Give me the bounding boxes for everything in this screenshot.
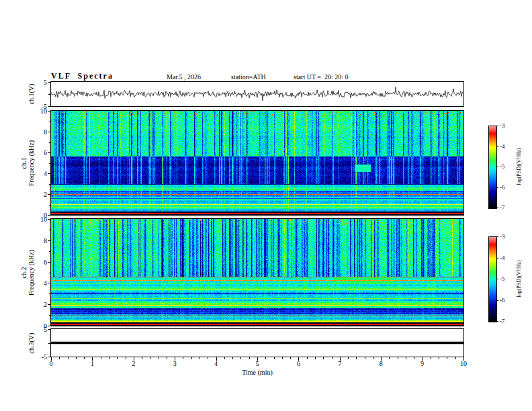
colorbar-tick (496, 187, 498, 188)
x-minor-tick (265, 357, 266, 359)
x-tick-label: 10 (460, 360, 467, 367)
x-minor-tick (84, 357, 85, 359)
freq-y-tick (49, 184, 50, 185)
x-minor-tick (398, 357, 398, 359)
freq-y-tick (49, 315, 50, 316)
y-axis-label-ch2-frequency: ch.2 Frequency (kHz) (20, 249, 35, 295)
x-minor-tick (224, 357, 225, 359)
colorbar-tick (496, 279, 498, 279)
freq-y-tick (48, 132, 50, 132)
x-minor-tick (232, 357, 233, 359)
colorbar-ch1 (488, 126, 497, 209)
colorbar-tick-label: -3 (500, 233, 505, 240)
ch2-spectrogram-canvas (51, 219, 463, 326)
freq-y-tick (48, 173, 50, 174)
volt-tick-label: -5 (30, 103, 47, 110)
freq-y-tick (49, 293, 50, 294)
x-minor-tick (126, 357, 126, 359)
freq-tick-label: 8 (30, 237, 47, 244)
volt-tick-label: 5 (30, 79, 47, 86)
x-minor-tick (240, 357, 241, 359)
volt-y-tick (48, 82, 50, 83)
panel-ch1-spectrogram (50, 110, 464, 216)
x-minor-tick (356, 357, 357, 359)
freq-y-tick (49, 273, 50, 273)
x-minor-tick (455, 357, 456, 359)
x-minor-tick (447, 357, 447, 359)
x-minor-tick (101, 357, 101, 359)
x-axis-title: Time (min) (242, 369, 272, 376)
freq-y-tick (48, 215, 50, 216)
colorbar-tick (496, 146, 498, 147)
x-minor-tick (348, 357, 349, 359)
freq-tick-label: 4 (30, 279, 47, 287)
colorbar-tick-label: -5 (500, 163, 505, 170)
colorbar-tick-label: -4 (500, 143, 505, 150)
x-tick-label: 1 (91, 360, 94, 367)
colorbar-tick-label: -7 (500, 318, 505, 324)
freq-y-tick (48, 283, 50, 283)
colorbar-tick (496, 300, 498, 301)
volt-y-tick (48, 94, 50, 95)
colorbar-tick (496, 167, 498, 167)
x-minor-tick (200, 357, 200, 359)
colorbar-tick-label: -4 (500, 255, 505, 261)
x-tick-label: 8 (380, 360, 383, 367)
panel-ch1-voltage (50, 81, 464, 107)
ch1-spectrogram-canvas (51, 111, 463, 215)
freq-y-tick (48, 304, 50, 305)
x-minor-tick (159, 357, 159, 359)
freq-y-tick (49, 163, 50, 164)
colorbar-tick-label: -3 (500, 122, 505, 129)
x-tick-label: 4 (214, 360, 218, 367)
panel-ch3-voltage (50, 328, 464, 357)
start-ut-label: start UT = 20: 20: 0 (294, 73, 349, 81)
x-tick-label: 9 (420, 360, 424, 367)
x-minor-tick (249, 357, 250, 359)
freq-y-tick (48, 194, 50, 195)
volt-y-tick (48, 357, 50, 357)
x-minor-tick (439, 357, 439, 359)
volt-y-tick (48, 106, 50, 107)
y-axis-label-ch2-line1: ch.2 (20, 249, 28, 295)
x-minor-tick (332, 357, 332, 359)
y-axis-label-ch2-line2: Frequency (kHz) (28, 249, 35, 295)
colorbar-ch1-label: log(PSD)(V²/Hz) (515, 148, 523, 185)
x-minor-tick (150, 357, 150, 359)
freq-tick-label: 8 (30, 128, 47, 136)
y-axis-label-ch1-line1: ch.1 (20, 140, 28, 185)
x-tick-label: 6 (297, 360, 300, 367)
x-minor-tick (414, 357, 414, 359)
x-minor-tick (282, 357, 283, 359)
colorbar-ch2-label: log(PSD)(V²/Hz) (515, 260, 523, 297)
ch1-voltage-waveform-canvas (51, 82, 463, 106)
x-minor-tick (315, 357, 316, 359)
vlf-spectra-figure: VLF Spectra Mar.5 , 2026 station=ATH sta… (0, 0, 532, 411)
x-minor-tick (323, 357, 324, 359)
x-minor-tick (191, 357, 192, 359)
freq-y-tick (48, 326, 50, 326)
colorbar-tick-label: -6 (500, 297, 505, 304)
x-minor-tick (117, 357, 118, 359)
colorbar-tick (496, 208, 498, 208)
freq-y-tick (48, 152, 50, 153)
x-minor-tick (373, 357, 373, 359)
freq-y-tick (48, 111, 50, 111)
colorbar-tick (496, 258, 498, 259)
freq-y-tick (49, 142, 50, 143)
freq-y-tick (48, 219, 50, 220)
freq-y-tick (49, 251, 50, 252)
x-minor-tick (142, 357, 142, 359)
x-minor-tick (431, 357, 431, 359)
x-tick-label: 5 (256, 360, 259, 367)
x-minor-tick (167, 357, 167, 359)
date-label: Mar.5 , 2026 (167, 73, 201, 81)
volt-y-tick (48, 329, 50, 330)
colorbar-tick-label: -5 (500, 275, 505, 282)
panel-ch2-spectrogram (50, 218, 464, 326)
colorbar-ch2 (488, 236, 497, 322)
x-minor-tick (290, 357, 291, 359)
y-axis-label-ch3-voltage: ch.3(V) (28, 332, 35, 353)
x-tick-label: 2 (132, 360, 135, 367)
x-minor-tick (274, 357, 275, 359)
